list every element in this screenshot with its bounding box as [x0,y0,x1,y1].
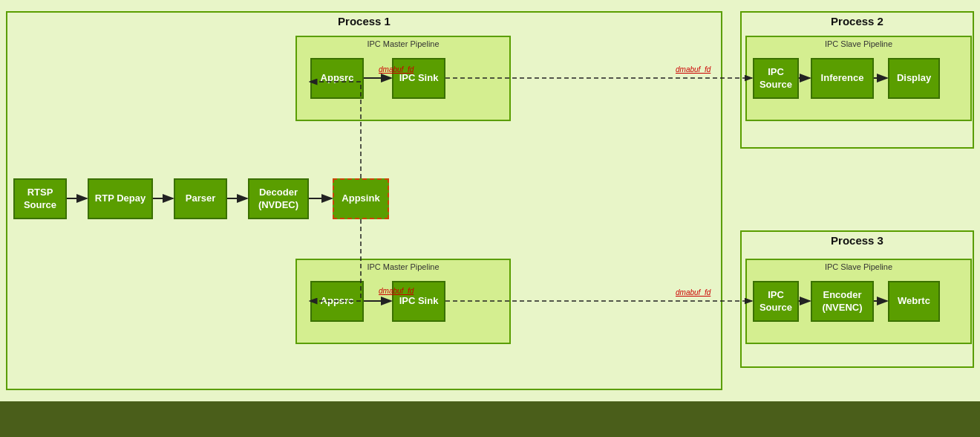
ipc-sink-lower-block: IPC Sink [392,281,445,322]
appsink-block: Appsink [333,178,389,219]
ipc-master-upper-label: IPC Master Pipeline [297,39,509,48]
rtsp-source-block: RTSPSource [13,178,67,219]
process2-label: Process 2 [742,15,973,27]
ipc-source-upper-block: IPCSource [753,58,799,99]
process3-label: Process 3 [742,234,973,247]
process1-label: Process 1 [7,15,721,27]
inference-block: Inference [811,58,874,99]
main-diagram: Process 1IPC Master PipelineIPC Master P… [0,0,980,401]
ipc-slave-lower-label: IPC Slave Pipeline [747,262,970,271]
ipc-slave-upper-label: IPC Slave Pipeline [747,39,970,48]
display-block: Display [888,58,940,99]
webrtc-block: Webrtc [888,281,940,322]
rtp-depay-block: RTP Depay [88,178,153,219]
footer-bar [0,401,980,437]
ipc-master-lower-label: IPC Master Pipeline [297,262,509,271]
parser-block: Parser [174,178,227,219]
appsrc-lower-block: Appsrc [310,281,364,322]
ipc-sink-upper-block: IPC Sink [392,58,445,99]
decoder-block: Decoder(NVDEC) [248,178,309,219]
encoder-block: Encoder(NVENC) [811,281,874,322]
appsrc-upper-block: Appsrc [310,58,364,99]
ipc-source-lower-block: IPCSource [753,281,799,322]
